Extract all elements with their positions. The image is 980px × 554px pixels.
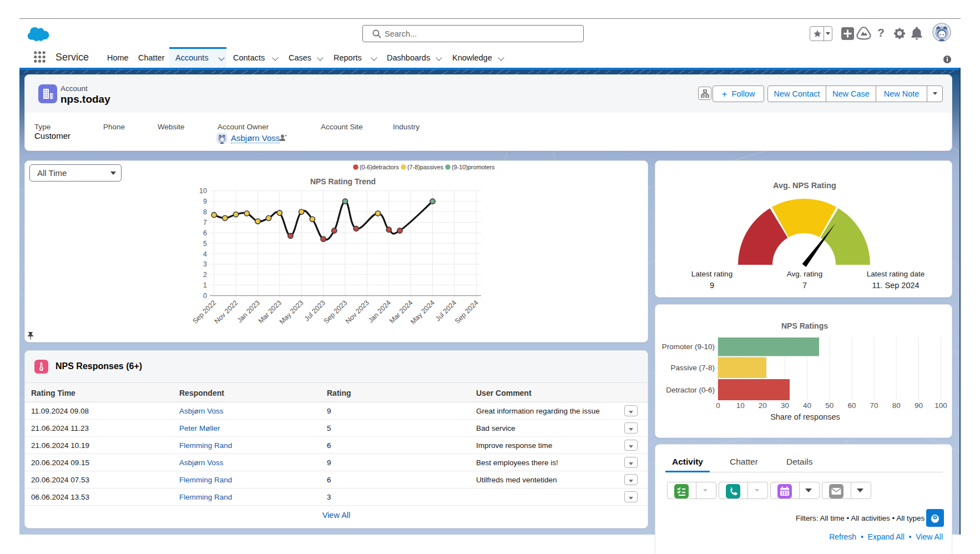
svg-text:70: 70	[870, 401, 878, 410]
svg-text:Share of responses: Share of responses	[770, 412, 840, 421]
svg-text:11. Sep 2024: 11. Sep 2024	[872, 281, 919, 290]
svg-text:NPS Rating Trend: NPS Rating Trend	[310, 177, 376, 186]
svg-text:5: 5	[203, 240, 207, 248]
svg-text:Avg. rating: Avg. rating	[787, 270, 822, 278]
svg-text:Avg. NPS Rating: Avg. NPS Rating	[773, 181, 836, 190]
svg-text:Detractor (0-6): Detractor (0-6)	[666, 386, 715, 394]
svg-text:Promoter (9-10): Promoter (9-10)	[662, 343, 715, 351]
svg-text:10: 10	[199, 187, 207, 195]
svg-text:7: 7	[802, 281, 807, 290]
svg-text:20: 20	[759, 401, 767, 410]
svg-text:May 2023: May 2023	[278, 299, 305, 326]
svg-text:(0-6)detractors: (0-6)detractors	[360, 164, 399, 170]
svg-text:9: 9	[710, 281, 714, 290]
svg-text:9: 9	[203, 198, 207, 205]
svg-text:7: 7	[203, 219, 207, 226]
svg-text:100: 100	[934, 401, 947, 410]
svg-text:Sep 2022: Sep 2022	[191, 299, 218, 325]
svg-text:40: 40	[803, 401, 811, 410]
svg-text:90: 90	[915, 401, 923, 410]
svg-text:10: 10	[736, 401, 745, 410]
svg-text:6: 6	[203, 229, 207, 237]
svg-text:NPS Ratings: NPS Ratings	[781, 321, 828, 330]
svg-text:80: 80	[892, 401, 901, 410]
svg-text:Latest rating: Latest rating	[691, 270, 733, 278]
svg-text:May 2024: May 2024	[409, 299, 436, 326]
svg-text:Passive (7-8): Passive (7-8)	[670, 364, 715, 372]
svg-text:30: 30	[781, 401, 789, 410]
svg-text:50: 50	[825, 401, 833, 410]
svg-text:3: 3	[203, 260, 207, 268]
svg-text:(7-8)passives: (7-8)passives	[407, 164, 443, 170]
svg-text:0: 0	[203, 292, 207, 300]
svg-text:Nov 2023: Nov 2023	[344, 299, 371, 325]
svg-text:Sep 2024: Sep 2024	[453, 299, 480, 325]
svg-text:(9-10)promoters: (9-10)promoters	[452, 164, 495, 170]
svg-text:4: 4	[203, 250, 207, 258]
svg-text:8: 8	[203, 208, 207, 216]
svg-text:Nov 2022: Nov 2022	[213, 299, 240, 325]
svg-text:0: 0	[716, 401, 720, 410]
svg-text:2: 2	[203, 271, 207, 279]
svg-text:1: 1	[203, 281, 207, 289]
svg-text:Latest rating date: Latest rating date	[867, 270, 925, 278]
svg-text:Sep 2023: Sep 2023	[322, 299, 349, 325]
svg-text:60: 60	[847, 401, 856, 410]
